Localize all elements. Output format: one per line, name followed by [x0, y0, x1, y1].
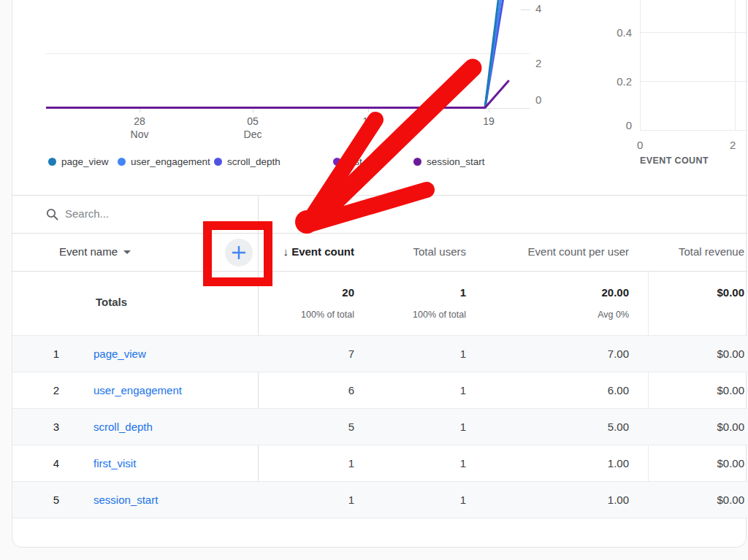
- search-input[interactable]: Search...: [65, 195, 109, 233]
- scatter-gridline-04: [640, 32, 747, 33]
- totals-total-users: 1: [356, 282, 466, 304]
- table-row: 5 session_start 1 1 1.00 $0.00: [12, 481, 747, 518]
- totals-event-count: 20: [258, 282, 354, 304]
- x-tick: [489, 109, 489, 112]
- legend-item-session-start[interactable]: session_start: [413, 156, 485, 167]
- row-number: 3: [42, 409, 71, 445]
- scatter-y-label-04: 0.4: [603, 26, 632, 39]
- scatter-baseline: [640, 130, 747, 131]
- legend-dot: [413, 158, 421, 166]
- dimension-header-label: Event name: [59, 233, 118, 271]
- scatter-x-axis-title: EVENT COUNT: [640, 156, 709, 166]
- x-label-19: 19: [467, 115, 511, 128]
- scatter-y-label-0: 0: [603, 119, 632, 131]
- x-label-12: 12: [346, 115, 390, 128]
- table-row: 1 page_view 7 1 7.00 $0.00: [12, 335, 747, 372]
- cell-per-user: 6.00: [468, 372, 629, 409]
- row-number: 4: [42, 445, 71, 482]
- plus-icon: [231, 245, 247, 261]
- table-row: 4 first_visit 1 1 1.00 $0.00: [12, 445, 747, 481]
- column-header-total-revenue[interactable]: Total revenue: [630, 233, 744, 271]
- table-row: 2 user_engagement 6 1 6.00 $0.00: [12, 372, 747, 408]
- legend-label: scroll_depth: [227, 156, 280, 167]
- event-link-scroll-depth[interactable]: scroll_depth: [94, 409, 153, 445]
- cell-event-count: 7: [258, 336, 354, 372]
- scatter-gridline-02: [640, 81, 747, 82]
- row-number: 5: [42, 482, 71, 518]
- column-header-total-users[interactable]: Total users: [356, 233, 466, 271]
- x-tick: [253, 109, 253, 112]
- chevron-down-icon: [123, 250, 131, 254]
- totals-total-users-subtitle: 100% of total: [356, 304, 466, 326]
- cell-revenue: $0.00: [630, 445, 744, 482]
- legend-label: page_view: [61, 156, 109, 167]
- cell-total-users: 1: [356, 336, 466, 372]
- report-card: 4 2 0 28Nov 05Dec 12 19 page_vie: [12, 0, 747, 548]
- legend-dot: [118, 158, 126, 166]
- scatter-x-label-0: 0: [637, 139, 643, 151]
- search-icon: [46, 208, 58, 220]
- totals-revenue: $0.00: [630, 282, 744, 304]
- legend-dot: [48, 158, 56, 166]
- legend-item-page-view[interactable]: page_view: [48, 156, 109, 167]
- column-header-label: Event count: [291, 245, 354, 258]
- event-link-user-engagement[interactable]: user_engagement: [94, 372, 182, 409]
- cell-per-user: 1.00: [468, 445, 629, 482]
- scatter-y-label-02: 0.2: [603, 75, 632, 88]
- totals-per-user: 20.00: [468, 282, 629, 304]
- cell-per-user: 7.00: [468, 336, 629, 372]
- x-tick: [140, 109, 140, 112]
- cell-total-users: 1: [356, 445, 466, 482]
- x-label-28-nov: 28Nov: [118, 115, 161, 141]
- legend-item-user-engagement[interactable]: user_engagement: [118, 156, 210, 167]
- cell-event-count: 1: [258, 482, 354, 518]
- legend-label: session_start: [427, 156, 485, 167]
- column-header-event-count[interactable]: ↓ Event count: [258, 233, 354, 271]
- cell-revenue: $0.00: [630, 482, 744, 518]
- cell-event-count: 1: [258, 445, 354, 482]
- row-number: 2: [42, 372, 71, 409]
- event-link-first-visit[interactable]: first_visit: [94, 445, 136, 482]
- sort-descending-icon: ↓: [283, 245, 289, 258]
- table-top-border: [12, 195, 747, 196]
- event-link-session-start[interactable]: session_start: [94, 482, 158, 518]
- table-bottom-border: [12, 518, 747, 518]
- totals-per-user-subtitle: Avg 0%: [468, 304, 629, 326]
- scatter-gridline-x2: [735, 0, 736, 130]
- cell-event-count: 6: [258, 372, 354, 409]
- add-comparison-button[interactable]: [225, 239, 253, 266]
- scatter-x-label-2: 2: [730, 139, 736, 151]
- cell-per-user: 1.00: [468, 482, 629, 518]
- legend-item-first-visit[interactable]: first_visit: [333, 156, 385, 167]
- event-link-page-view[interactable]: page_view: [94, 336, 146, 372]
- cell-revenue: $0.00: [630, 372, 744, 409]
- line-chart-series: [12, 0, 538, 139]
- x-label-05-dec: 05Dec: [231, 115, 275, 141]
- table-row: 3 scroll_depth 5 1 5.00 $0.00: [12, 408, 747, 445]
- cell-per-user: 5.00: [468, 409, 629, 445]
- cell-revenue: $0.00: [630, 409, 744, 445]
- x-tick: [368, 109, 369, 112]
- column-header-event-count-per-user[interactable]: Event count per user: [468, 233, 629, 271]
- legend-dot: [333, 158, 341, 166]
- row-number: 1: [42, 336, 71, 372]
- legend-label: user_engagement: [131, 156, 210, 167]
- legend-item-scroll-depth[interactable]: scroll_depth: [214, 156, 280, 167]
- totals-event-count-subtitle: 100% of total: [258, 304, 354, 326]
- cell-revenue: $0.00: [630, 336, 744, 372]
- legend-label: first_visit: [346, 156, 385, 167]
- cell-event-count: 5: [258, 409, 354, 445]
- legend-dot: [214, 158, 222, 166]
- totals-label: Totals: [96, 291, 127, 313]
- header-row-border: [12, 271, 747, 272]
- cell-total-users: 1: [356, 372, 466, 409]
- cell-total-users: 1: [356, 482, 466, 518]
- scatter-y-axis: [640, 0, 641, 130]
- cell-total-users: 1: [356, 409, 466, 445]
- dimension-header-event-name[interactable]: Event name: [59, 233, 131, 271]
